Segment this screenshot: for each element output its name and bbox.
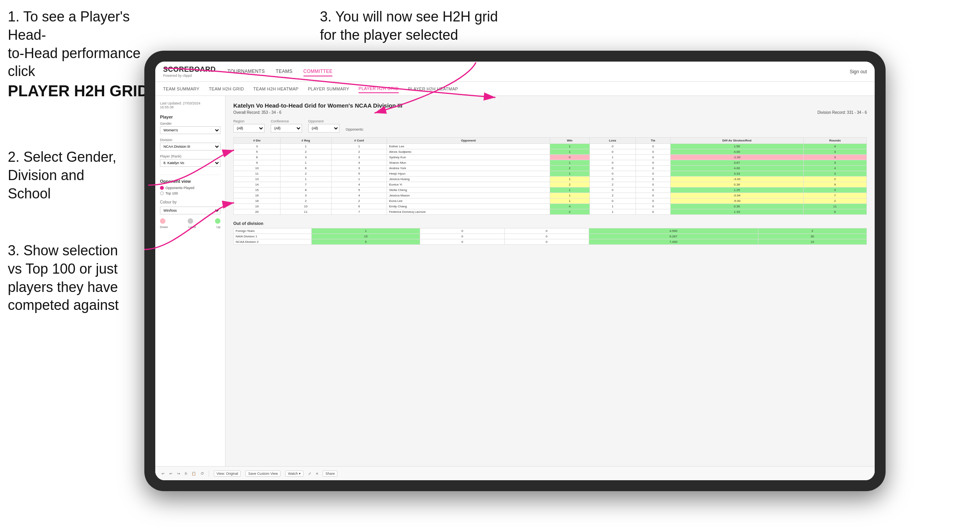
cell-win: 1: [550, 149, 589, 155]
cell-win: 1: [550, 171, 589, 177]
cell-conf: 3: [331, 166, 387, 171]
cell-opponent: Andrea York: [387, 166, 550, 171]
watch-btn[interactable]: Watch ▾: [285, 470, 304, 477]
cell-rounds: 3: [803, 149, 866, 155]
th-win: Win: [550, 138, 589, 144]
colour-by-select[interactable]: Win/loss: [160, 207, 220, 214]
ood-diff: 4.500: [589, 228, 758, 234]
toolbar-icon2[interactable]: ≡: [316, 472, 318, 476]
sub-nav-team-h2h-heatmap[interactable]: TEAM H2H HEATMAP: [253, 85, 298, 93]
share-btn[interactable]: Share: [323, 470, 337, 477]
cell-div: 19: [234, 204, 281, 209]
cell-win: 2: [550, 182, 589, 187]
table-row: 11 2 5 Heejo Hyun 1 0 0 3.33 3: [234, 171, 867, 177]
region-filter-select[interactable]: (All): [233, 124, 265, 133]
cell-opponent: Eunice Yi: [387, 182, 550, 187]
cell-win: 2: [550, 166, 589, 171]
radio-top100[interactable]: Top 100: [160, 191, 220, 195]
cell-diff: 3.33: [671, 171, 804, 177]
nav-teams[interactable]: TEAMS: [276, 67, 293, 76]
ood-table: Foreign Team 1 0 0 4.500 2 NAIA Division…: [233, 228, 867, 245]
player-rank-select[interactable]: 8. Katelyn Vo: [160, 159, 220, 167]
cell-div: 10: [234, 166, 281, 171]
cell-opponent: Sharon Mun: [387, 160, 550, 166]
opponent-view-title: Opponent view: [160, 179, 220, 184]
sub-nav-team-h2h-grid[interactable]: TEAM H2H GRID: [209, 85, 244, 93]
ood-loss: 0: [420, 234, 504, 239]
cell-tie: 0: [636, 182, 670, 187]
sign-out-link[interactable]: Sign out: [850, 69, 867, 74]
gender-select[interactable]: Women's: [160, 126, 220, 134]
cell-reg: 3: [280, 193, 331, 198]
cell-conf: 5: [331, 187, 387, 193]
sub-nav-player-h2h-grid[interactable]: PLAYER H2H GRID: [359, 85, 399, 93]
cell-tie: 0: [636, 204, 670, 209]
toolbar-icon1[interactable]: ⤢: [308, 472, 311, 476]
cell-diff: -3.00: [671, 177, 804, 182]
cell-rounds: 2: [803, 198, 866, 204]
view-original-btn[interactable]: View: Original: [225, 470, 241, 477]
cell-diff: 1.50: [671, 144, 804, 149]
ood-rounds: 30: [758, 234, 866, 239]
table-row: 19 10 6 Emily Chang 4 1 0 0.30 11: [234, 204, 867, 209]
ood-rounds: 10: [758, 239, 866, 245]
save-custom-btn[interactable]: Save Custom View: [245, 470, 281, 477]
cell-reg: 3: [280, 155, 331, 160]
nav-links: TOURNAMENTS TEAMS COMMITTEE: [227, 67, 850, 76]
ood-table-row: NAIA Division 1 15 0 0 9.267 30: [234, 234, 867, 239]
cell-opponent: Heejo Hyun: [387, 171, 550, 177]
cell-div: 18: [234, 198, 281, 204]
cell-reg: 2: [280, 198, 331, 204]
cell-loss: 0: [589, 177, 636, 182]
cell-win: 2: [550, 209, 589, 215]
ood-loss: 0: [420, 239, 504, 245]
nav-committee[interactable]: COMMITTEE: [304, 67, 333, 76]
th-loss: Loss: [589, 138, 636, 144]
opponent-filter-select[interactable]: (All): [308, 124, 339, 133]
cell-tie: 0: [636, 144, 670, 149]
sub-nav-player-h2h-heatmap[interactable]: PLAYER H2H HEATMAP: [408, 85, 458, 93]
radio-opponents-played[interactable]: Opponents Played: [160, 186, 220, 190]
cell-tie: 0: [636, 166, 670, 171]
cell-win: 1: [550, 177, 589, 182]
cell-tie: 0: [636, 149, 670, 155]
cell-tie: 0: [636, 160, 670, 166]
ood-name: Foreign Team: [234, 228, 312, 234]
nav-tournaments[interactable]: TOURNAMENTS: [227, 67, 265, 76]
ood-rounds: 2: [758, 228, 866, 234]
colour-level: [188, 218, 193, 224]
cell-diff: -5.00: [671, 198, 804, 204]
ood-name: NAIA Division 1: [234, 234, 312, 239]
cell-tie: 0: [636, 198, 670, 204]
table-row: 13 1 1 Jessica Huang 1 0 0 -3.00 2: [234, 177, 867, 182]
th-conf: # Conf: [331, 138, 387, 144]
cell-reg: 1: [280, 177, 331, 182]
opponent-filter-group: Opponent (All): [308, 119, 339, 133]
sub-nav-team-summary[interactable]: TEAM SUMMARY: [163, 85, 199, 93]
cell-win: 1: [550, 198, 589, 204]
cell-reg: 11: [280, 209, 331, 215]
cell-div: 3: [234, 144, 281, 149]
cell-diff: 3.67: [671, 160, 804, 166]
cell-div: 20: [234, 209, 281, 215]
cell-diff: 0.30: [671, 204, 804, 209]
instruction-2: 2. Select Gender, Division and School: [8, 148, 116, 203]
cell-conf: 4: [331, 182, 387, 187]
cell-conf: 1: [331, 144, 387, 149]
division-select[interactable]: NCAA Division III: [160, 143, 220, 150]
cell-div: 11: [234, 171, 281, 177]
sub-nav-player-summary[interactable]: PLAYER SUMMARY: [308, 85, 349, 93]
cell-tie: 0: [636, 155, 670, 160]
conference-filter-select[interactable]: (All): [271, 124, 302, 133]
cell-reg: 10: [280, 204, 331, 209]
ood-tie: 0: [504, 239, 589, 245]
cell-opponent: Federica Domecq Lacroze: [387, 209, 550, 215]
cell-loss: 0: [589, 166, 636, 171]
tablet-screen: SCOREBOARD Powered by clippd TOURNAMENTS…: [155, 62, 875, 480]
th-opponent: Opponent: [387, 138, 550, 144]
cell-loss: 0: [589, 160, 636, 166]
cell-loss: 1: [589, 155, 636, 160]
region-filter-group: Region (All): [233, 119, 265, 133]
filter-row: Region (All) Conference (All) Opponent: [233, 119, 867, 133]
gender-label: Gender: [160, 122, 220, 126]
